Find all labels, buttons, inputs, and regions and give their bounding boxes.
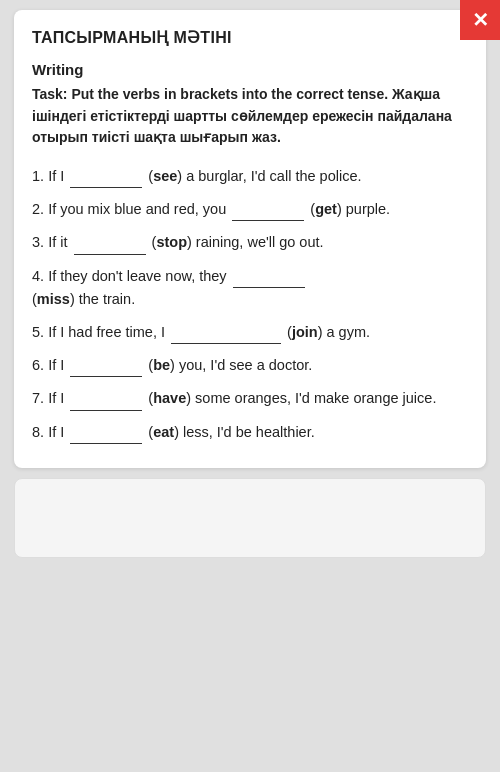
blank-1 bbox=[70, 174, 142, 188]
exercise-text-before: If I bbox=[48, 168, 68, 184]
list-item: 4. If they don't leave now, they (miss) … bbox=[32, 265, 468, 311]
exercise-text-before: If I bbox=[48, 424, 68, 440]
list-item: 8. If I (eat) less, I'd be healthier. bbox=[32, 421, 468, 444]
list-item: 2. If you mix blue and red, you (get) pu… bbox=[32, 198, 468, 221]
blank-7 bbox=[70, 397, 142, 411]
blank-2 bbox=[232, 207, 304, 221]
exercise-verb: get bbox=[315, 201, 337, 217]
exercise-text-before: If they don't leave now, they bbox=[48, 268, 231, 284]
exercise-verb-wrap: (get) purple. bbox=[310, 201, 390, 217]
exercise-num: 7. bbox=[32, 390, 48, 406]
exercise-num: 5. bbox=[32, 324, 48, 340]
section-label: Writing bbox=[32, 61, 468, 78]
exercise-num: 8. bbox=[32, 424, 48, 440]
exercise-list: 1. If I (see) a burglar, I'd call the po… bbox=[32, 165, 468, 444]
exercise-num: 1. bbox=[32, 168, 48, 184]
card-title: ТАПСЫРМАНЫҢ МӘТІНІ bbox=[32, 28, 468, 47]
list-item: 6. If I (be) you, I'd see a doctor. bbox=[32, 354, 468, 377]
exercise-verb: be bbox=[153, 357, 170, 373]
list-item: 5. If I had free time, I (join) a gym. bbox=[32, 321, 468, 344]
exercise-verb-wrap: (see) a burglar, I'd call the police. bbox=[148, 168, 361, 184]
exercise-verb: have bbox=[153, 390, 186, 406]
close-icon: ✕ bbox=[472, 10, 489, 30]
answer-area[interactable] bbox=[14, 478, 486, 558]
exercise-text-before: If you mix blue and red, you bbox=[48, 201, 230, 217]
exercise-num: 6. bbox=[32, 357, 48, 373]
exercise-verb-wrap: (miss) the train. bbox=[32, 291, 135, 307]
list-item: 7. If I (have) some oranges, I'd make or… bbox=[32, 387, 468, 410]
exercise-verb-wrap: (have) some oranges, I'd make orange jui… bbox=[148, 390, 436, 406]
exercise-text-before: If it bbox=[48, 234, 71, 250]
exercise-num: 3. bbox=[32, 234, 48, 250]
exercise-text-before: If I had free time, I bbox=[48, 324, 169, 340]
blank-5 bbox=[171, 330, 281, 344]
exercise-verb: eat bbox=[153, 424, 174, 440]
exercise-verb-wrap: (stop) raining, we'll go out. bbox=[152, 234, 324, 250]
blank-4 bbox=[233, 274, 305, 288]
exercise-num: 4. bbox=[32, 268, 48, 284]
close-button[interactable]: ✕ bbox=[460, 0, 500, 40]
blank-8 bbox=[70, 430, 142, 444]
exercise-verb: miss bbox=[37, 291, 70, 307]
list-item: 3. If it (stop) raining, we'll go out. bbox=[32, 231, 468, 254]
task-card: ТАПСЫРМАНЫҢ МӘТІНІ Writing Task: Put the… bbox=[14, 10, 486, 468]
exercise-verb-wrap: (eat) less, I'd be healthier. bbox=[148, 424, 314, 440]
exercise-verb-wrap: (be) you, I'd see a doctor. bbox=[148, 357, 312, 373]
task-description: Task: Put the verbs in brackets into the… bbox=[32, 84, 468, 149]
exercise-verb: see bbox=[153, 168, 177, 184]
blank-6 bbox=[70, 363, 142, 377]
exercise-verb-wrap: (join) a gym. bbox=[287, 324, 370, 340]
exercise-text-before: If I bbox=[48, 357, 68, 373]
exercise-verb: stop bbox=[156, 234, 187, 250]
exercise-verb: join bbox=[292, 324, 318, 340]
exercise-text-before: If I bbox=[48, 390, 68, 406]
blank-3 bbox=[74, 241, 146, 255]
list-item: 1. If I (see) a burglar, I'd call the po… bbox=[32, 165, 468, 188]
exercise-num: 2. bbox=[32, 201, 48, 217]
